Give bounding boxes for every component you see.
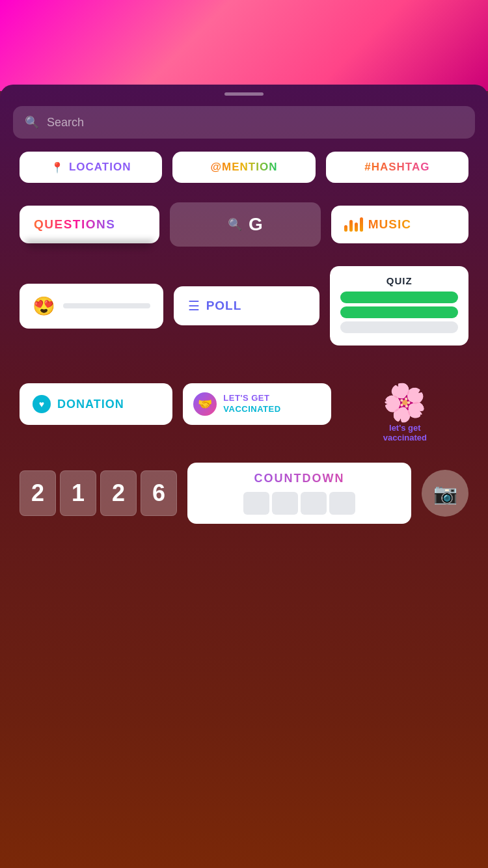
music-bar-1 <box>344 225 347 232</box>
location-label: LOCATION <box>69 161 131 174</box>
questions-sticker[interactable]: QUESTIONS <box>20 206 159 243</box>
countdown-label: COUNTDOWN <box>200 472 398 485</box>
sticker-area: 📍 LOCATION @MENTION #HASHTAG QUESTIONS 🔍… <box>0 139 488 456</box>
emoji-face-icon: 😍 <box>33 295 55 317</box>
flip-digit-2: 1 <box>60 470 96 516</box>
search-icon: 🔍 <box>25 115 39 129</box>
sticker-row-1: 📍 LOCATION @MENTION #HASHTAG <box>20 152 468 183</box>
camera-icon: 📷 <box>433 482 457 505</box>
emoji-slider-track[interactable] <box>63 303 150 308</box>
sticker-row-2: QUESTIONS 🔍 G MUSIC <box>20 202 468 247</box>
donation-sticker[interactable]: ♥ DONATION <box>20 383 172 425</box>
vaccine-flower-icon: 🌸 <box>377 374 433 429</box>
flip-digit-3: 2 <box>100 470 137 516</box>
background-gradient <box>0 0 488 91</box>
mention-label: @MENTION <box>211 161 278 174</box>
poll-sticker[interactable]: ☰ POLL <box>174 286 320 325</box>
vaccinated-line1: LET'S GET <box>223 393 269 403</box>
countdown-flip-sticker: 2 1 2 6 <box>20 470 177 516</box>
donation-heart-icon: ♥ <box>33 395 51 413</box>
search-g-sticker[interactable]: 🔍 G <box>170 202 320 247</box>
countdown-tile-3 <box>301 492 327 515</box>
vaccinated-label: LET'S GET VACCINATED <box>223 393 280 415</box>
hashtag-label: #HASHTAG <box>364 161 429 174</box>
camera-button[interactable]: 📷 <box>422 470 468 517</box>
sticker-row-3: 😍 ☰ POLL QUIZ <box>20 266 468 346</box>
quiz-option-2 <box>340 306 458 318</box>
hashtag-sticker[interactable]: #HASHTAG <box>326 152 468 183</box>
poll-icon: ☰ <box>188 298 200 314</box>
flip-digit-4: 6 <box>141 470 177 516</box>
countdown-tiles <box>200 492 398 515</box>
location-pin-icon: 📍 <box>51 161 64 174</box>
location-sticker[interactable]: 📍 LOCATION <box>20 152 162 183</box>
sticker-panel: 🔍 Search 📍 LOCATION @MENTION #HASHTAG QU… <box>0 85 488 868</box>
music-bar-4 <box>360 217 363 232</box>
vaccinated-sticker[interactable]: 🤝 LET'S GET VACCINATED <box>183 383 331 425</box>
search-placeholder: Search <box>47 116 84 129</box>
vaccinated-icon: 🤝 <box>193 392 217 416</box>
questions-label: QUESTIONS <box>34 217 115 231</box>
music-label: MUSIC <box>368 217 411 232</box>
donation-label: DONATION <box>57 398 124 411</box>
countdown-tile-4 <box>329 492 355 515</box>
bottom-row: 2 1 2 6 COUNTDOWN 📷 <box>0 456 488 537</box>
countdown-sticker[interactable]: COUNTDOWN <box>187 463 411 524</box>
quiz-option-1 <box>340 292 458 303</box>
countdown-tile-2 <box>272 492 298 515</box>
poll-label: POLL <box>206 299 242 313</box>
countdown-tile-1 <box>243 492 269 515</box>
search-g-icon: 🔍 <box>228 217 242 232</box>
quiz-title: QUIZ <box>340 275 458 286</box>
emoji-slider-sticker[interactable]: 😍 <box>20 284 163 329</box>
search-g-letter: G <box>249 214 263 235</box>
search-bar[interactable]: 🔍 Search <box>13 106 475 139</box>
vaccine-decoration-sticker: 🌸 let's getvaccinated <box>342 365 468 443</box>
music-bar-2 <box>349 220 353 232</box>
music-bars-icon <box>344 217 363 232</box>
sticker-row-4: ♥ DONATION 🤝 LET'S GET VACCINATED 🌸 let'… <box>20 365 468 443</box>
quiz-option-3 <box>340 321 458 333</box>
vaccinated-line2: VACCINATED <box>223 404 280 414</box>
music-sticker[interactable]: MUSIC <box>331 206 468 243</box>
flip-digit-1: 2 <box>20 470 56 516</box>
drag-handle[interactable] <box>224 92 264 96</box>
music-bar-3 <box>355 223 358 232</box>
mention-sticker[interactable]: @MENTION <box>172 152 315 183</box>
quiz-sticker[interactable]: QUIZ <box>330 266 468 346</box>
questions-shadow <box>25 239 154 249</box>
